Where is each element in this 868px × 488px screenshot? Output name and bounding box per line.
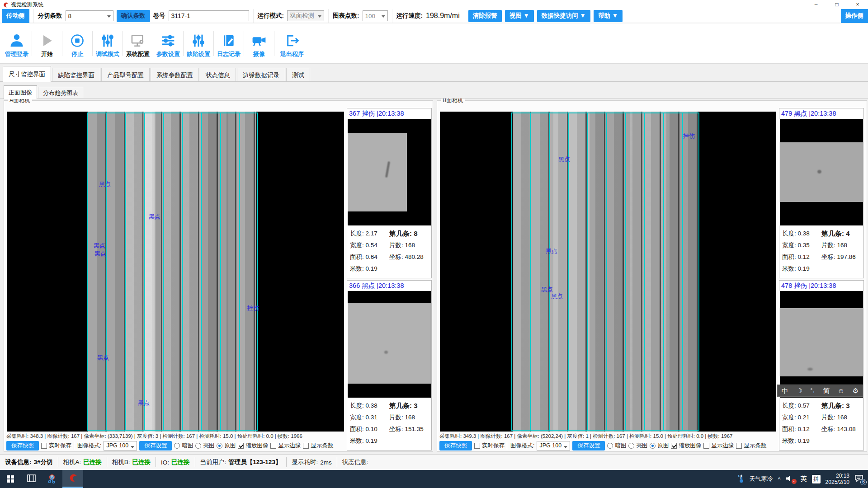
ime-settings-gear-icon[interactable]: ⚙ [853, 385, 859, 396]
image-format-dropdown[interactable]: JPG 100 [537, 441, 570, 450]
display-time-label: 显示耗时: [292, 458, 318, 466]
save-snapshot-button[interactable]: 保存快照 [6, 441, 39, 450]
save-snapshot-button[interactable]: 保存快照 [439, 441, 472, 450]
sub-tab-bar: 正面图像 分布趋势图表 [0, 82, 868, 99]
defect-stats: 长度: 2.17 宽度: 0.54 面积: 0.64 米数: 0.19 第几条:… [347, 225, 431, 278]
admin-login-button[interactable]: 管理登录 [2, 27, 32, 60]
run-mode-label: 运行模式: [258, 12, 284, 20]
start-button[interactable]: 开始 [32, 27, 62, 60]
thermometer-icon[interactable] [737, 474, 745, 484]
transmission-side-button[interactable]: 传动侧 [2, 9, 29, 23]
dark-image-radio[interactable]: 暗图 [174, 442, 193, 450]
status-info-label: 状态信息: [342, 458, 368, 466]
exit-icon [285, 33, 299, 48]
tab-defect-monitor[interactable]: 缺陷监控界面 [52, 68, 100, 82]
tab-size-monitor[interactable]: 尺寸监控界面 [3, 66, 51, 82]
ime-fullwidth-icon[interactable]: ☽ [796, 385, 802, 396]
camera-a-controls: 保存快照 实时保存 图像格式: JPG 100 保存设置 暗图 亮图 原图 缩放… [6, 440, 333, 451]
stat-strip-no: 第几条: 3 [821, 400, 861, 412]
clock[interactable]: 20:13 2025/2/10 [826, 473, 849, 485]
strip-outline-overlay [511, 113, 699, 431]
checkbox-label: 显示条数 [311, 442, 333, 450]
roll-input[interactable] [169, 10, 249, 21]
defect-header: 367 挫伤 |20:13:38 [347, 108, 431, 119]
ime-simplified-button[interactable]: 简 [823, 385, 830, 396]
show-count-checkbox[interactable]: 显示条数 [736, 442, 766, 450]
confirm-count-button[interactable]: 确认条数 [117, 10, 150, 22]
log-record-button[interactable]: 日志记录 [214, 27, 244, 60]
tab-product-model-config[interactable]: 产品型号配置 [101, 68, 150, 82]
defect-card[interactable]: 478 挫伤 |20:13:38 长度: 0.57 宽度: 0.21 面积: 0… [779, 280, 864, 450]
ime-indicator[interactable]: 拼 [812, 475, 821, 483]
tab-test[interactable]: 测试 [286, 68, 310, 82]
bright-image-radio[interactable]: 亮图 [628, 442, 647, 450]
data-quick-access-menu-button[interactable]: 数据快捷访问 ▼ [537, 10, 590, 22]
stat-meters: 米数: 0.19 [782, 435, 821, 447]
help-menu-button[interactable]: 帮助 ▼ [594, 10, 623, 22]
log-book-icon [222, 33, 236, 48]
run-mode-dropdown[interactable]: 双面检测 [287, 10, 324, 21]
radio-label: 亮图 [636, 442, 647, 450]
ime-punctuation-icon[interactable]: °, [810, 385, 815, 396]
parameter-settings-button[interactable]: 参数设置 [153, 27, 183, 60]
tab-edge-data-record[interactable]: 边缘数据记录 [237, 68, 285, 82]
start-menu-button[interactable] [0, 470, 21, 488]
exit-program-button[interactable]: 退出程序 [274, 27, 310, 60]
checkbox-label: 缩放图像 [679, 442, 701, 450]
dark-image-radio[interactable]: 暗图 [607, 442, 626, 450]
inspection-app-taskbar-button[interactable] [62, 470, 83, 488]
checkbox-icon [703, 443, 709, 449]
defect-text-label: 黑点 [546, 247, 557, 255]
show-count-checkbox[interactable]: 显示条数 [303, 442, 333, 450]
original-image-radio[interactable]: 原图 [217, 442, 236, 450]
tab-system-parameter-config[interactable]: 系统参数配置 [151, 68, 199, 82]
chevron-down-icon [131, 446, 134, 448]
language-indicator[interactable]: 英 [801, 475, 807, 483]
realtime-save-checkbox[interactable]: 实时保存 [474, 442, 505, 450]
tab-status-info[interactable]: 状态信息 [200, 68, 236, 82]
view-menu-button[interactable]: 视图 ▼ [505, 10, 534, 22]
realtime-save-checkbox[interactable]: 实时保存 [41, 442, 71, 450]
slit-count-dropdown[interactable]: 8 [66, 10, 113, 21]
defect-card[interactable]: 479 黑点 |20:13:38 长度: 0.38 宽度: 0.35 面积: 0… [779, 108, 864, 278]
system-config-button[interactable]: 系统配置 [123, 27, 153, 60]
debug-mode-button[interactable]: 调试模式 [93, 27, 123, 60]
show-edge-checkbox[interactable]: 显示边缘 [270, 442, 301, 450]
video-capture-button[interactable]: 摄像 [244, 27, 274, 60]
show-edge-checkbox[interactable]: 显示边缘 [703, 442, 734, 450]
save-settings-button[interactable]: 保存设置 [572, 441, 605, 450]
stop-button[interactable]: 停止 [62, 27, 92, 60]
ime-chinese-mode-button[interactable]: 中 [782, 385, 788, 396]
maximize-button[interactable]: □ [826, 0, 847, 9]
original-image-radio[interactable]: 原图 [650, 442, 669, 450]
stat-coordinate: 坐标: 143.08 [821, 423, 861, 435]
defect-settings-button[interactable]: 缺陷设置 [184, 27, 213, 60]
snipping-tool-button[interactable] [42, 470, 62, 488]
play-icon [40, 33, 54, 48]
stat-strip-no: 第几条: 8 [389, 228, 429, 239]
defect-card[interactable]: 367 挫伤 |20:13:38 长度: 2.17 宽度: 0.54 面积: 0… [347, 108, 432, 278]
task-view-button[interactable] [21, 470, 42, 488]
operation-side-button[interactable]: 操作侧 [841, 9, 868, 23]
camera-b-status-line: 采集耗时: 349.3 | 图像计数: 167 | 像素坐标: (5202,24… [439, 433, 778, 440]
stat-piece-count: 片数: 168 [389, 239, 429, 251]
zoom-image-checkbox[interactable]: 缩放图像 [238, 442, 268, 450]
subtab-trend-chart[interactable]: 分布趋势图表 [38, 87, 83, 99]
close-button[interactable]: × [847, 0, 868, 9]
ime-emoji-icon[interactable]: ☺ [838, 385, 844, 396]
image-format-value: JPG 100 [539, 442, 561, 449]
volume-muted-icon[interactable]: × [786, 475, 796, 483]
hidden-icons-chevron[interactable]: ^ [778, 476, 781, 483]
bright-image-radio[interactable]: 亮图 [195, 442, 214, 450]
clear-alarm-button[interactable]: 清除报警 [468, 10, 502, 22]
image-format-dropdown[interactable]: JPG 100 [104, 441, 137, 450]
minimize-button[interactable]: – [806, 0, 826, 9]
zoom-image-checkbox[interactable]: 缩放图像 [671, 442, 701, 450]
action-center-button[interactable]: 6 [854, 474, 864, 483]
subtab-front-image[interactable]: 正面图像 [4, 85, 37, 99]
defect-card[interactable]: 366 黑点 |20:13:38 长度: 0.38 宽度: 0.31 面积: 0… [347, 280, 432, 450]
sliders-horizontal-icon [161, 33, 175, 48]
chart-points-dropdown[interactable]: 100 [363, 10, 388, 21]
weather-text[interactable]: 天气寒冷 [750, 475, 773, 483]
save-settings-button[interactable]: 保存设置 [139, 441, 172, 450]
